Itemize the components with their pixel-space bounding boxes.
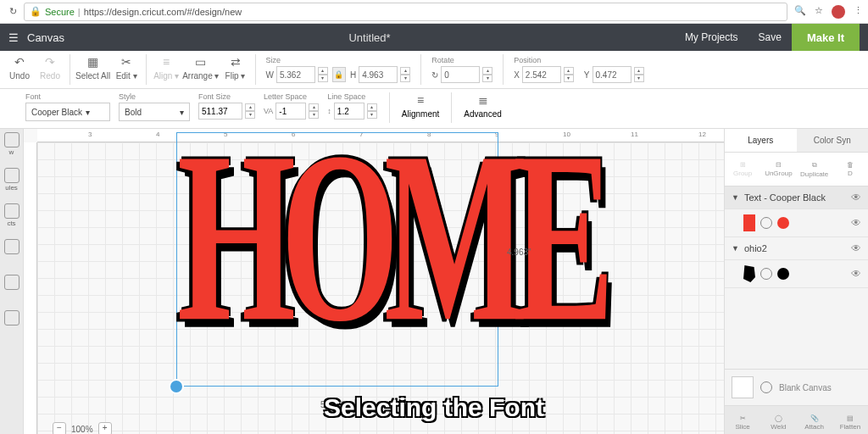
linetype-icon[interactable] xyxy=(760,268,772,280)
profile-avatar[interactable] xyxy=(832,5,845,19)
rotate-handle[interactable] xyxy=(169,379,184,394)
font-size-spinner[interactable]: ▴▾ xyxy=(245,103,255,119)
tab-color-sync[interactable]: Color Syn xyxy=(797,129,869,152)
flatten-button[interactable]: ▤Flatten xyxy=(832,406,868,434)
color-dot[interactable] xyxy=(777,268,789,280)
canvas-area[interactable]: 3 4 5 6 7 8 9 10 11 12 HOME 4.963" 5.362… xyxy=(24,129,724,434)
height-dimension: 4.963" xyxy=(507,248,531,257)
letter-space-input[interactable]: -1 xyxy=(275,103,306,120)
blank-canvas-row[interactable]: Blank Canvas xyxy=(725,369,868,405)
layer-child-ohio[interactable]: 👁 xyxy=(725,260,868,288)
width-input[interactable]: 5.362 xyxy=(276,66,315,83)
design-text[interactable]: HOME xyxy=(177,133,498,341)
zoom-in-button[interactable]: + xyxy=(98,422,112,434)
document-title: Untitled* xyxy=(64,31,675,44)
color-dot[interactable] xyxy=(777,217,789,229)
linetype-icon[interactable] xyxy=(760,217,772,229)
main-toolbar: ↶Undo ↷Redo ▦Select All ✂Edit ▾ ≡Align ▾… xyxy=(0,51,868,89)
chevron-down-icon: ▾ xyxy=(86,108,90,117)
arrange-icon: ▭ xyxy=(193,54,209,70)
line-space-spinner[interactable]: ▴▾ xyxy=(367,103,377,119)
edit-button[interactable]: ✂Edit ▾ xyxy=(112,54,141,81)
zoom-out-button[interactable]: − xyxy=(53,422,66,434)
slice-button[interactable]: ✂Slice xyxy=(725,406,760,434)
ruler-vertical xyxy=(24,142,37,434)
undo-button[interactable]: ↶Undo xyxy=(5,54,34,81)
left-tool-4[interactable] xyxy=(3,239,21,264)
x-spinner[interactable]: ▴▾ xyxy=(564,67,574,82)
selected-text-object[interactable]: HOME xyxy=(176,132,498,387)
weld-button[interactable]: ◯Weld xyxy=(760,406,796,434)
visibility-icon[interactable]: 👁 xyxy=(851,242,861,254)
font-dropdown[interactable]: Cooper Black▾ xyxy=(25,103,110,121)
secure-label: Secure xyxy=(45,7,75,17)
y-input[interactable]: 0.472 xyxy=(593,66,632,83)
menu-icon[interactable]: ⋮ xyxy=(854,5,863,19)
layer-swatch xyxy=(743,265,755,282)
weld-icon: ◯ xyxy=(775,415,782,422)
make-it-button[interactable]: Make It xyxy=(792,24,860,51)
height-input[interactable]: 4.963 xyxy=(359,66,398,83)
style-dropdown[interactable]: Bold▾ xyxy=(119,103,190,121)
app-header: ☰ Canvas Untitled* My Projects Save Make… xyxy=(0,24,868,51)
left-tool-6[interactable] xyxy=(3,310,21,336)
rotate-spinner[interactable]: ▴▾ xyxy=(482,67,492,82)
layers-panel: Layers Color Syn ⊞Group ⊟UnGroup ⧉Duplic… xyxy=(724,129,868,434)
edit-icon: ✂ xyxy=(119,54,134,70)
alignment-button[interactable]: ≡Alignment xyxy=(402,92,439,119)
star-icon[interactable]: ☆ xyxy=(815,5,823,19)
y-spinner[interactable]: ▴▾ xyxy=(634,67,644,82)
attach-button[interactable]: 📎Attach xyxy=(797,406,832,434)
save-button[interactable]: Save xyxy=(748,26,792,48)
width-spinner[interactable]: ▴▾ xyxy=(318,67,328,82)
arrange-button[interactable]: ▭Arrange ▾ xyxy=(182,54,219,81)
layer-swatch xyxy=(743,214,755,231)
left-tool-3[interactable]: cts xyxy=(3,203,21,229)
url-field[interactable]: 🔒 Secure | https://design.cricut.com/#/d… xyxy=(24,3,787,21)
left-toolbar: w ules cts xyxy=(0,129,24,434)
browser-address-bar: ↻ 🔒 Secure | https://design.cricut.com/#… xyxy=(0,0,868,24)
visibility-icon[interactable]: 👁 xyxy=(851,217,861,229)
visibility-icon[interactable]: 👁 xyxy=(851,268,861,280)
chevron-down-icon: ▾ xyxy=(180,108,184,117)
reload-icon[interactable]: ↻ xyxy=(5,4,20,19)
zoom-value: 100% xyxy=(71,425,93,434)
layer-item-text[interactable]: ▼ Text - Cooper Black 👁 xyxy=(725,186,868,209)
group-icon: ⊞ xyxy=(740,161,746,169)
font-size-input[interactable]: 511.37 xyxy=(198,103,242,120)
layer-child-text[interactable]: 👁 xyxy=(725,209,868,237)
my-projects-button[interactable]: My Projects xyxy=(675,26,748,48)
delete-button[interactable]: 🗑D xyxy=(832,153,868,186)
left-tool-1[interactable]: w xyxy=(3,132,21,158)
font-toolbar: Font Cooper Black▾ Style Bold▾ Font Size… xyxy=(0,89,868,129)
flip-button[interactable]: ⇄Flip ▾ xyxy=(221,54,250,81)
url-text: https://design.cricut.com/#/design/new xyxy=(84,7,242,17)
visibility-icon[interactable]: 👁 xyxy=(851,192,861,203)
rotate-icon: ↻ xyxy=(431,70,438,80)
collapse-icon[interactable]: ▼ xyxy=(732,193,739,202)
rotate-input[interactable]: 0 xyxy=(441,66,480,83)
line-space-input[interactable]: 1.2 xyxy=(334,103,364,120)
align-button[interactable]: ≡Align ▾ xyxy=(152,54,181,81)
left-tool-5[interactable] xyxy=(3,275,21,300)
group-button: ⊞Group xyxy=(725,153,760,186)
duplicate-button[interactable]: ⧉Duplicate xyxy=(797,153,832,186)
height-spinner[interactable]: ▴▾ xyxy=(400,67,410,82)
x-input[interactable]: 2.542 xyxy=(522,66,561,83)
collapse-icon[interactable]: ▼ xyxy=(732,244,739,253)
select-all-button[interactable]: ▦Select All xyxy=(75,54,110,81)
search-icon[interactable]: 🔍 xyxy=(794,5,806,19)
trash-icon: 🗑 xyxy=(847,161,854,169)
ungroup-icon: ⊟ xyxy=(776,161,782,169)
letter-space-spinner[interactable]: ▴▾ xyxy=(309,103,319,119)
layer-item-ohio[interactable]: ▼ ohio2 👁 xyxy=(725,237,868,260)
left-tool-2[interactable]: ules xyxy=(3,168,21,193)
lock-aspect-icon[interactable]: 🔒 xyxy=(332,67,346,82)
advanced-button[interactable]: ≣Advanced xyxy=(464,92,501,119)
zoom-controls: − 100% + xyxy=(53,422,112,434)
flatten-icon: ▤ xyxy=(847,415,854,422)
ungroup-button[interactable]: ⊟UnGroup xyxy=(760,153,796,186)
hamburger-icon[interactable]: ☰ xyxy=(8,31,19,44)
blank-canvas-swatch[interactable] xyxy=(732,376,754,398)
tab-layers[interactable]: Layers xyxy=(725,129,797,152)
